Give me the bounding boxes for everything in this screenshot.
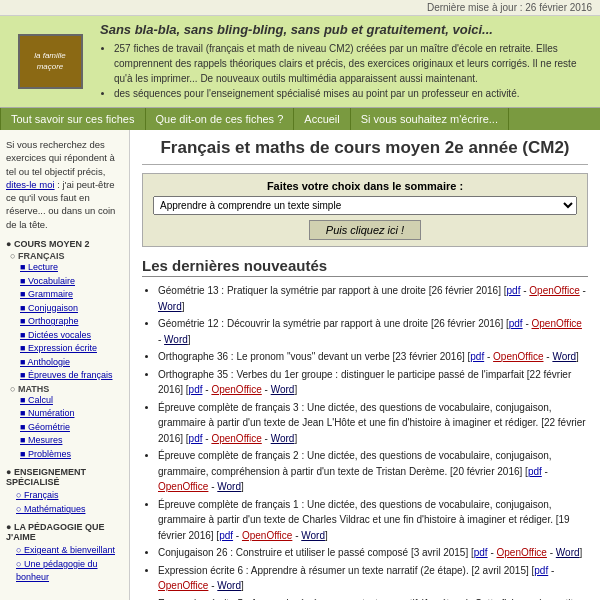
sidebar-section-pedagogie: ● LA PÉDAGOGIE QUE J'AIME ○ Exigeant & b… bbox=[6, 522, 123, 585]
link-openoffice[interactable]: OpenOffice bbox=[211, 433, 261, 444]
content-area: Français et maths de cours moyen 2e anné… bbox=[130, 130, 600, 600]
top-bar: Dernière mise à jour : 26 février 2016 bbox=[0, 0, 600, 16]
sidebar-item-francais-spec[interactable]: ○ Français bbox=[16, 489, 123, 503]
main-layout: Si vous recherchez des exercices qui rép… bbox=[0, 130, 600, 600]
link-pdf[interactable]: pdf bbox=[189, 384, 203, 395]
header-bullets: 257 fiches de travail (français et math … bbox=[100, 41, 590, 101]
navbar: Tout savoir sur ces fiches Que dit-on de… bbox=[0, 108, 600, 130]
sidebar-item-geometrie[interactable]: ■ Géométrie bbox=[20, 421, 123, 435]
sidebar-item-bonheur[interactable]: ○ Une pédagogie du bonheur bbox=[16, 558, 123, 585]
link-pdf[interactable]: pdf bbox=[528, 466, 542, 477]
sidebar: Si vous recherchez des exercices qui rép… bbox=[0, 130, 130, 600]
list-item: Expression écrite 5 : Apprendre à résume… bbox=[158, 596, 588, 601]
sidebar-item-conjugaison[interactable]: ■ Conjugaison bbox=[20, 302, 123, 316]
link-openoffice[interactable]: OpenOffice bbox=[532, 318, 582, 329]
sidebar-pedagogie-title: ● LA PÉDAGOGIE QUE J'AIME bbox=[6, 522, 123, 542]
sommaire-button[interactable]: Puis cliquez ici ! bbox=[309, 220, 421, 240]
sidebar-enseignement-title: ● ENSEIGNEMENT SPÉCIALISÉ bbox=[6, 467, 123, 487]
sidebar-item-epreuves[interactable]: ■ Épreuves de français bbox=[20, 369, 123, 383]
link-pdf[interactable]: pdf bbox=[470, 351, 484, 362]
link-pdf[interactable]: pdf bbox=[219, 530, 233, 541]
link-word[interactable]: Word bbox=[164, 334, 188, 345]
sidebar-item-orthographe[interactable]: ■ Orthographe bbox=[20, 315, 123, 329]
nav-accueil[interactable]: Accueil bbox=[294, 108, 350, 130]
sidebar-intro: Si vous recherchez des exercices qui rép… bbox=[6, 138, 123, 231]
header: la famillemaçore Sans bla-bla, sans blin… bbox=[0, 16, 600, 108]
link-openoffice[interactable]: OpenOffice bbox=[497, 547, 547, 558]
sidebar-item-expression[interactable]: ■ Expression écrite bbox=[20, 342, 123, 356]
sidebar-cm2-title: ● COURS MOYEN 2 bbox=[6, 239, 123, 249]
header-tagline: Sans bla-bla, sans bling-bling, sans pub… bbox=[100, 22, 590, 37]
sidebar-section-enseignement: ● ENSEIGNEMENT SPÉCIALISÉ ○ Français ○ M… bbox=[6, 467, 123, 516]
header-bullet-1: 257 fiches de travail (français et math … bbox=[114, 41, 590, 86]
list-item: Orthographe 35 : Verbes du 1er groupe : … bbox=[158, 367, 588, 398]
list-item: Épreuve complète de français 3 : Une dic… bbox=[158, 400, 588, 447]
last-update-text: Dernière mise à jour : 26 février 2016 bbox=[427, 2, 592, 13]
link-pdf[interactable]: pdf bbox=[474, 547, 488, 558]
link-openoffice[interactable]: OpenOffice bbox=[242, 530, 292, 541]
logo-image: la famillemaçore bbox=[18, 34, 83, 89]
sidebar-section-cm2: ● COURS MOYEN 2 ○ FRANÇAIS ■ Lecture ■ V… bbox=[6, 239, 123, 461]
list-item: Orthographe 36 : Le pronom "vous" devant… bbox=[158, 349, 588, 365]
sommaire-select[interactable]: Apprendre à comprendre un texte simple bbox=[153, 196, 577, 215]
sidebar-item-exigeant[interactable]: ○ Exigeant & bienveillant bbox=[16, 544, 123, 558]
nav-que-dit-on[interactable]: Que dit-on de ces fiches ? bbox=[146, 108, 295, 130]
link-word[interactable]: Word bbox=[217, 481, 241, 492]
sidebar-item-grammaire[interactable]: ■ Grammaire bbox=[20, 288, 123, 302]
link-word[interactable]: Word bbox=[301, 530, 325, 541]
link-openoffice[interactable]: OpenOffice bbox=[529, 285, 579, 296]
list-item: Expression écrite 6 : Apprendre à résume… bbox=[158, 563, 588, 594]
page-title: Français et maths de cours moyen 2e anné… bbox=[142, 138, 588, 165]
sidebar-maths-title: ○ MATHS bbox=[10, 384, 49, 394]
list-item: Épreuve complète de français 2 : Une dic… bbox=[158, 448, 588, 495]
sidebar-item-lecture[interactable]: ■ Lecture bbox=[20, 261, 123, 275]
link-openoffice[interactable]: OpenOffice bbox=[493, 351, 543, 362]
list-item: Géométrie 12 : Découvrir la symétrie par… bbox=[158, 316, 588, 347]
nouveautes-title: Les dernières nouveautés bbox=[142, 257, 588, 277]
link-pdf[interactable]: pdf bbox=[507, 285, 521, 296]
sidebar-item-vocabulaire[interactable]: ■ Vocabulaire bbox=[20, 275, 123, 289]
list-item: Épreuve complète de français 1 : Une dic… bbox=[158, 497, 588, 544]
sidebar-item-anthologie[interactable]: ■ Anthologie bbox=[20, 356, 123, 370]
link-word[interactable]: Word bbox=[271, 384, 295, 395]
link-word[interactable]: Word bbox=[217, 580, 241, 591]
nouveautes-list: Géométrie 13 : Pratiquer la symétrie par… bbox=[142, 283, 588, 600]
link-pdf[interactable]: pdf bbox=[189, 433, 203, 444]
sidebar-francais-title: ○ FRANÇAIS bbox=[10, 251, 64, 261]
sidebar-item-maths-spec[interactable]: ○ Mathématiques bbox=[16, 503, 123, 517]
nav-tout-savoir[interactable]: Tout savoir sur ces fiches bbox=[0, 108, 146, 130]
link-openoffice[interactable]: OpenOffice bbox=[211, 384, 261, 395]
link-pdf[interactable]: pdf bbox=[534, 565, 548, 576]
sidebar-item-calcul[interactable]: ■ Calcul bbox=[20, 394, 123, 408]
sidebar-item-dictees[interactable]: ■ Dictées vocales bbox=[20, 329, 123, 343]
link-pdf[interactable]: pdf bbox=[509, 318, 523, 329]
header-content: Sans bla-bla, sans bling-bling, sans pub… bbox=[100, 22, 590, 101]
list-item: Géométrie 13 : Pratiquer la symétrie par… bbox=[158, 283, 588, 314]
logo-area: la famillemaçore bbox=[10, 34, 90, 89]
sidebar-item-mesures[interactable]: ■ Mesures bbox=[20, 434, 123, 448]
sidebar-intro-link[interactable]: dites-le moi bbox=[6, 179, 55, 190]
link-word[interactable]: Word bbox=[158, 301, 182, 312]
sommaire-box: Faites votre choix dans le sommaire : Ap… bbox=[142, 173, 588, 247]
list-item: Conjugaison 26 : Construire et utiliser … bbox=[158, 545, 588, 561]
link-openoffice[interactable]: OpenOffice bbox=[158, 481, 208, 492]
link-word[interactable]: Word bbox=[271, 433, 295, 444]
link-word[interactable]: Word bbox=[556, 547, 580, 558]
sidebar-maths-section: ○ MATHS ■ Calcul ■ Numération ■ Géométri… bbox=[10, 384, 123, 462]
header-bullet-2: des séquences pour l'enseignement spécia… bbox=[114, 86, 590, 101]
sidebar-item-problemes[interactable]: ■ Problèmes bbox=[20, 448, 123, 462]
link-openoffice[interactable]: OpenOffice bbox=[158, 580, 208, 591]
sidebar-francais-section: ○ FRANÇAIS ■ Lecture ■ Vocabulaire ■ Gra… bbox=[10, 251, 123, 383]
sommaire-label: Faites votre choix dans le sommaire : bbox=[153, 180, 577, 192]
sidebar-item-numeration[interactable]: ■ Numération bbox=[20, 407, 123, 421]
nav-ecrire[interactable]: Si vous souhaitez m'écrire... bbox=[351, 108, 509, 130]
link-word[interactable]: Word bbox=[552, 351, 576, 362]
